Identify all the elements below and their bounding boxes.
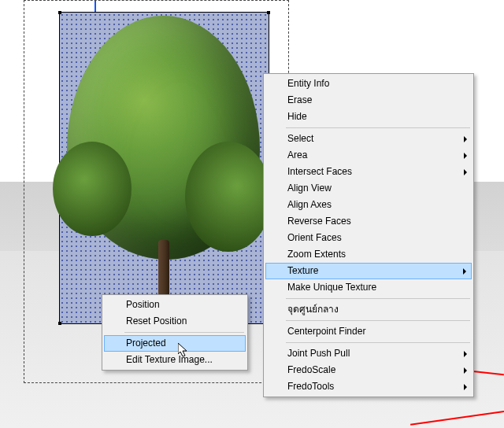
menu-item-zoom-extents[interactable]: Zoom Extents (265, 246, 472, 263)
menu-label: Texture (287, 265, 318, 276)
menu-separator (286, 320, 470, 321)
menu-item-make-unique-texture[interactable]: Make Unique Texture (265, 279, 472, 296)
menu-label: Area (287, 149, 307, 160)
face-corner (58, 11, 61, 14)
tree-crown (67, 16, 260, 260)
menu-label: FredoTools (287, 381, 334, 392)
menu-item-hide[interactable]: Hide (265, 109, 472, 125)
face-corner (58, 322, 61, 325)
context-menu: Entity Info Erase Hide Select Area Inter… (263, 73, 474, 397)
menu-item-orient-faces[interactable]: Orient Faces (265, 230, 472, 246)
menu-item-erase[interactable]: Erase (265, 92, 472, 109)
menu-item-projected[interactable]: Projected (104, 335, 246, 352)
axis-red (410, 411, 504, 426)
menu-label: FredoScale (287, 364, 335, 375)
menu-item-entity-info[interactable]: Entity Info (265, 76, 472, 92)
submenu-arrow-icon (464, 367, 467, 374)
menu-item-texture[interactable]: Texture (265, 263, 472, 279)
submenu-arrow-icon (464, 351, 467, 357)
menu-item-position[interactable]: Position (104, 297, 246, 313)
menu-item-area[interactable]: Area (265, 147, 472, 164)
menu-item-select[interactable]: Select (265, 131, 472, 147)
menu-item-reverse-faces[interactable]: Reverse Faces (265, 213, 472, 230)
menu-label: Intersect Faces (287, 166, 352, 177)
face-corner (267, 11, 270, 14)
submenu-arrow-icon (464, 136, 467, 142)
menu-separator (286, 127, 470, 128)
submenu-arrow-icon (464, 169, 467, 175)
menu-item-centerpoint-finder[interactable]: Centerpoint Finder (265, 323, 472, 340)
menu-separator (286, 298, 470, 299)
menu-item-align-view[interactable]: Align View (265, 180, 472, 197)
menu-label: Select (287, 133, 313, 144)
submenu-arrow-icon (464, 153, 467, 159)
menu-item-joint-push-pull[interactable]: Joint Push Pull (265, 345, 472, 362)
menu-label: Joint Push Pull (287, 348, 350, 359)
menu-item-intersect-faces[interactable]: Intersect Faces (265, 164, 472, 180)
submenu-arrow-icon (463, 268, 466, 275)
tree-texture (67, 16, 260, 330)
menu-item-edit-texture-image[interactable]: Edit Texture Image... (104, 352, 246, 368)
menu-separator (124, 332, 244, 333)
submenu-arrow-icon (464, 384, 467, 390)
texture-submenu: Position Reset Position Projected Edit T… (102, 294, 248, 371)
menu-separator (286, 342, 470, 343)
menu-item-thai-center[interactable]: จุดศูนย์กลาง (265, 301, 472, 318)
menu-item-reset-position[interactable]: Reset Position (104, 313, 246, 330)
menu-item-align-axes[interactable]: Align Axes (265, 197, 472, 213)
menu-item-fredo-tools[interactable]: FredoTools (265, 378, 472, 395)
menu-item-fredo-scale[interactable]: FredoScale (265, 362, 472, 378)
